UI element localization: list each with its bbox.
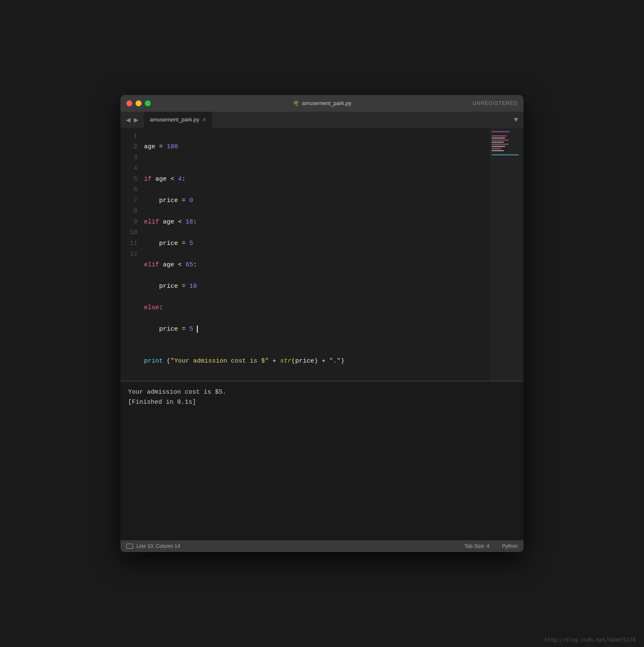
output-panel: Your admission cost is $5. [Finished in …	[120, 381, 524, 540]
window-controls	[126, 100, 151, 106]
cursor-position: Line 10, Column 14	[136, 543, 180, 549]
watermark: http://blog.csdn.net/SeanYi178	[545, 637, 636, 643]
tab-dropdown-button[interactable]: ▼	[513, 112, 524, 128]
output-line-1: Your admission cost is $5.	[128, 387, 516, 397]
code-editor[interactable]: age = 100 if age < 4: price = 0 elif age…	[141, 128, 524, 381]
minimap	[490, 128, 524, 381]
output-line-2: [Finished in 0.1s]	[128, 397, 516, 408]
editor-window: 🌴 amusement_park.py UNREGISTERED ◀ ▶ amu…	[120, 95, 524, 552]
title-text: amusement_park.py	[302, 100, 351, 106]
tab-bar: ◀ ▶ amusement_park.py × ▼	[120, 112, 524, 128]
status-bar: Line 10, Column 14 Tab Size: 4 Python	[120, 540, 524, 552]
tab-size-indicator[interactable]: Tab Size: 4	[464, 543, 489, 549]
status-right: Tab Size: 4 Python	[464, 543, 518, 549]
close-button[interactable]	[126, 100, 132, 106]
title-bar: 🌴 amusement_park.py UNREGISTERED	[120, 95, 524, 112]
file-tab[interactable]: amusement_park.py ×	[144, 112, 212, 128]
editor-area[interactable]: 1 2 3 4 5 6 7 8 9 10 11 12 age = 100 if …	[120, 128, 524, 381]
title-icon: 🌴	[293, 100, 299, 106]
status-left: Line 10, Column 14	[126, 543, 180, 549]
line-numbers: 1 2 3 4 5 6 7 8 9 10 11 12	[120, 128, 141, 381]
language-indicator[interactable]: Python	[502, 543, 518, 549]
monitor-icon	[126, 544, 133, 549]
nav-back-button[interactable]: ◀	[125, 116, 132, 124]
maximize-button[interactable]	[145, 100, 151, 106]
nav-arrows: ◀ ▶	[123, 112, 141, 128]
nav-forward-button[interactable]: ▶	[133, 116, 140, 124]
unregistered-label: UNREGISTERED	[473, 100, 518, 106]
tab-filename: amusement_park.py	[150, 116, 199, 123]
title-bar-title: 🌴 amusement_park.py	[293, 100, 351, 106]
tab-close-button[interactable]: ×	[203, 116, 206, 123]
minimize-button[interactable]	[136, 100, 141, 106]
